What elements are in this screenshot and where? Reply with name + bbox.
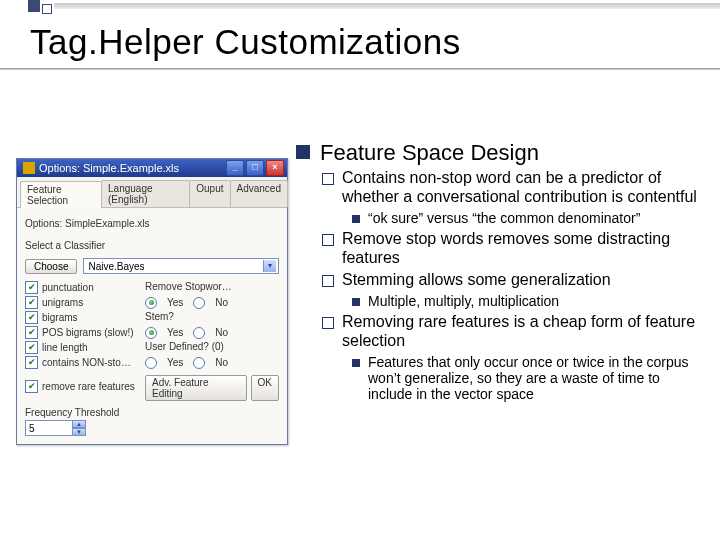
hollow-square-bullet-icon bbox=[322, 317, 334, 329]
label-remove-stopwords: Remove Stopwor… bbox=[145, 281, 279, 294]
check-contains-nonstop[interactable]: ✔contains NON-sto… bbox=[25, 356, 145, 369]
window-title: Options: Simple.Example.xls bbox=[39, 162, 224, 174]
check-bigrams[interactable]: ✔bigrams bbox=[25, 311, 145, 324]
panel: Options: SimpleExample.xls Select a Clas… bbox=[17, 208, 287, 444]
radio-stem[interactable]: Yes No bbox=[145, 326, 279, 339]
options-window: Options: Simple.Example.xls _ □ × Featur… bbox=[16, 158, 288, 445]
bullet-l3: Multiple, multiply, multiplication bbox=[352, 293, 706, 309]
bullet-l2: Stemming allows some generalization bbox=[322, 271, 706, 289]
small-square-bullet-icon bbox=[352, 359, 360, 367]
slide-title-underline bbox=[0, 68, 720, 70]
square-bullet-icon bbox=[296, 145, 310, 159]
check-unigrams[interactable]: ✔unigrams bbox=[25, 296, 145, 309]
check-punctuation[interactable]: ✔punctuation bbox=[25, 281, 145, 294]
check-line-length[interactable]: ✔line length bbox=[25, 341, 145, 354]
hollow-square-bullet-icon bbox=[322, 173, 334, 185]
spin-down-icon[interactable]: ▼ bbox=[73, 428, 86, 436]
frequency-threshold-input[interactable] bbox=[25, 420, 73, 436]
tab-advanced[interactable]: Advanced bbox=[230, 180, 288, 207]
radio-user-defined[interactable]: Yes No bbox=[145, 356, 279, 369]
bullet-l3: Features that only occur once or twice i… bbox=[352, 354, 706, 402]
frequency-threshold-label: Frequency Threshold bbox=[25, 407, 119, 418]
small-square-bullet-icon bbox=[352, 215, 360, 223]
radio-yes[interactable] bbox=[145, 297, 157, 309]
bullet-l3: “ok sure” versus “the common denominator… bbox=[352, 210, 706, 226]
adv-feature-editing-button[interactable]: Adv. Feature Editing bbox=[145, 375, 247, 401]
radio-no[interactable] bbox=[193, 297, 205, 309]
hollow-square-bullet-icon bbox=[322, 275, 334, 287]
radio-remove-stopwords[interactable]: Yes No bbox=[145, 296, 279, 309]
slide-content: Feature Space Design Contains non-stop w… bbox=[296, 140, 706, 407]
maximize-button[interactable]: □ bbox=[246, 160, 264, 176]
select-classifier-label: Select a Classifier bbox=[25, 240, 105, 251]
bullet-l2: Removing rare features is a cheap form o… bbox=[322, 313, 706, 350]
chevron-down-icon: ▾ bbox=[263, 260, 276, 272]
check-remove-rare[interactable]: ✔remove rare features bbox=[25, 371, 145, 401]
radio-no[interactable] bbox=[193, 357, 205, 369]
label-stem: Stem? bbox=[145, 311, 279, 324]
hollow-square-bullet-icon bbox=[322, 234, 334, 246]
spin-up-icon[interactable]: ▲ bbox=[73, 420, 86, 428]
tab-output[interactable]: Ouput bbox=[189, 180, 230, 207]
bullet-l2: Contains non-stop word can be a predicto… bbox=[322, 169, 706, 206]
minimize-button[interactable]: _ bbox=[226, 160, 244, 176]
choose-button[interactable]: Choose bbox=[25, 259, 77, 274]
radio-yes[interactable] bbox=[145, 327, 157, 339]
radio-no[interactable] bbox=[193, 327, 205, 339]
check-pos-bigrams[interactable]: ✔POS bigrams (slow!) bbox=[25, 326, 145, 339]
small-square-bullet-icon bbox=[352, 298, 360, 306]
tab-feature-selection[interactable]: Feature Selection bbox=[20, 181, 102, 208]
titlebar[interactable]: Options: Simple.Example.xls _ □ × bbox=[17, 159, 287, 177]
window-icon bbox=[23, 162, 35, 174]
slide-title: Tag.Helper Customizations bbox=[30, 22, 461, 62]
options-file-label: Options: SimpleExample.xls bbox=[25, 218, 150, 229]
ok-button[interactable]: OK bbox=[251, 375, 279, 401]
classifier-value: Naive.Bayes bbox=[88, 261, 144, 272]
radio-yes[interactable] bbox=[145, 357, 157, 369]
tab-language[interactable]: Language (English) bbox=[101, 180, 190, 207]
bullet-l2: Remove stop words removes some distracti… bbox=[322, 230, 706, 267]
close-button[interactable]: × bbox=[266, 160, 284, 176]
bullet-l1: Feature Space Design bbox=[296, 140, 706, 165]
slide-header-decoration bbox=[28, 0, 98, 14]
tabstrip: Feature Selection Language (English) Oup… bbox=[17, 177, 287, 208]
classifier-dropdown[interactable]: Naive.Bayes ▾ bbox=[83, 258, 279, 274]
label-user-defined: User Defined? (0) bbox=[145, 341, 279, 354]
frequency-threshold-spinner[interactable]: ▲▼ bbox=[25, 420, 86, 436]
